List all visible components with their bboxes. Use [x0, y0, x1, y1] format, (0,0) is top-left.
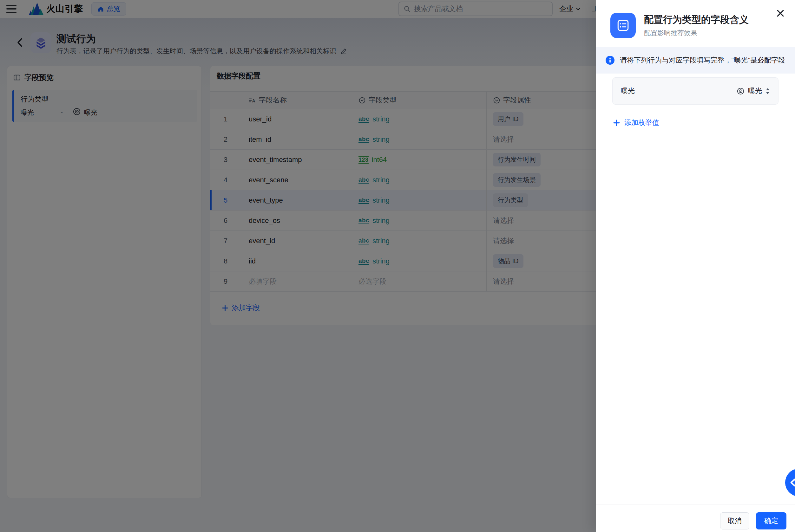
select-arrows-icon: [765, 88, 770, 94]
config-drawer: 配置行为类型的字段含义 配置影响推荐效果 请将下列行为与对应字段填写完整，“曝光…: [596, 0, 795, 532]
plus-icon: [613, 119, 620, 127]
enum-field-select[interactable]: 曝光: [737, 86, 770, 96]
confirm-button[interactable]: 确定: [756, 512, 787, 530]
enum-label: 曝光: [621, 86, 635, 96]
modal-dim-overlay[interactable]: [0, 0, 596, 532]
info-icon: [605, 56, 615, 65]
eye-icon: [737, 87, 744, 95]
enum-select-value: 曝光: [748, 86, 762, 96]
screen: 火山引擎 总览 搜索产品或文档 企业 工: [0, 0, 795, 532]
notice-banner: 请将下列行为与对应字段填写完整，“曝光”是必配字段: [596, 47, 795, 74]
add-enum-label: 添加枚举值: [624, 118, 659, 128]
enum-mapping-row: 曝光 曝光: [612, 77, 778, 104]
cancel-button[interactable]: 取消: [720, 512, 749, 530]
add-enum-button[interactable]: 添加枚举值: [613, 118, 659, 128]
drawer-footer: 取消 确定: [596, 504, 795, 532]
drawer-title: 配置行为类型的字段含义: [644, 13, 749, 26]
form-list-icon: [610, 13, 636, 38]
drawer-subtitle: 配置影响推荐效果: [644, 28, 697, 37]
chevron-left-icon: [788, 477, 795, 488]
notice-text: 请将下列行为与对应字段填写完整，“曝光”是必配字段: [620, 56, 785, 65]
close-icon[interactable]: [775, 8, 785, 18]
